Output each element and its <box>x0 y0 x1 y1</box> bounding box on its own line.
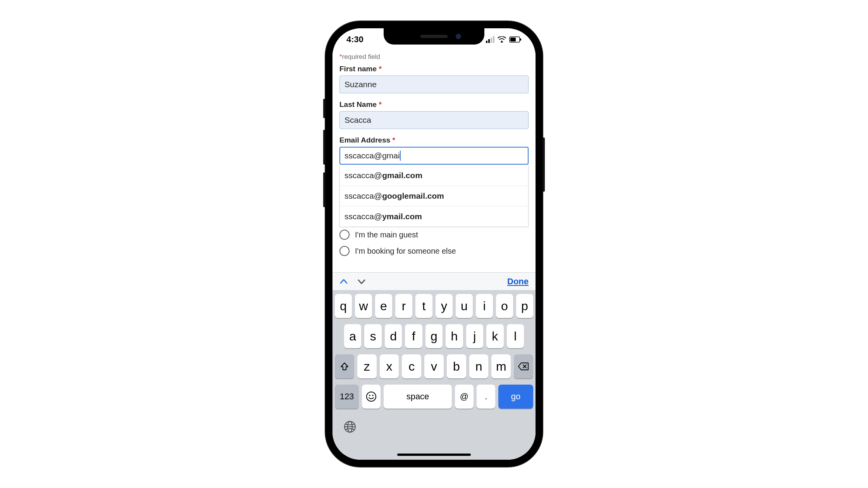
key-l[interactable]: l <box>507 324 524 348</box>
svg-point-6 <box>372 395 374 396</box>
key-b[interactable]: b <box>447 354 466 378</box>
radio-label: I'm booking for someone else <box>355 247 456 256</box>
key-at[interactable]: @ <box>455 385 474 409</box>
keyboard-done-button[interactable]: Done <box>507 277 529 287</box>
screen: 4:30 *required field <box>332 28 536 460</box>
key-emoji[interactable] <box>362 385 381 409</box>
key-w[interactable]: w <box>355 294 372 318</box>
key-numbers[interactable]: 123 <box>335 385 359 409</box>
key-t[interactable]: t <box>415 294 432 318</box>
key-o[interactable]: o <box>496 294 513 318</box>
key-d[interactable]: d <box>385 324 402 348</box>
mute-switch <box>323 99 326 118</box>
volume-down-button <box>323 172 326 207</box>
key-x[interactable]: x <box>380 354 399 378</box>
first-name-label: First name * <box>339 65 529 73</box>
autocomplete-item[interactable]: sscacca@gmail.com <box>340 165 528 186</box>
key-q[interactable]: q <box>335 294 352 318</box>
radio-label: I'm the main guest <box>355 230 418 239</box>
key-dot[interactable]: . <box>477 385 495 409</box>
radio-icon <box>339 246 350 256</box>
first-name-group: First name * <box>339 65 529 93</box>
email-input-wrap <box>339 147 529 165</box>
volume-up-button <box>323 130 326 165</box>
key-u[interactable]: u <box>456 294 473 318</box>
keyboard-row-4: 123 space @ . go <box>335 385 533 409</box>
front-camera <box>456 34 461 39</box>
keyboard-accessory-bar: Done <box>332 272 536 290</box>
notch <box>384 28 484 45</box>
autocomplete-item[interactable]: sscacca@googlemail.com <box>340 186 528 206</box>
key-p[interactable]: p <box>516 294 533 318</box>
key-r[interactable]: r <box>395 294 412 318</box>
email-input[interactable] <box>339 147 529 165</box>
home-indicator[interactable] <box>397 454 471 456</box>
prev-field-button[interactable] <box>339 277 348 286</box>
svg-point-0 <box>501 41 503 42</box>
key-m[interactable]: m <box>491 354 511 378</box>
radio-someone-else[interactable]: I'm booking for someone else <box>339 243 529 259</box>
key-y[interactable]: y <box>436 294 453 318</box>
status-right <box>486 36 522 43</box>
keyboard: q w e r t y u i o p a s d f g h j k l <box>332 290 536 460</box>
power-button <box>542 137 545 192</box>
battery-icon <box>509 36 522 43</box>
key-go[interactable]: go <box>498 385 533 409</box>
keyboard-row-1: q w e r t y u i o p <box>335 294 533 318</box>
svg-rect-3 <box>520 38 521 41</box>
email-autocomplete: sscacca@gmail.com sscacca@googlemail.com… <box>339 165 529 227</box>
key-v[interactable]: v <box>424 354 444 378</box>
keyboard-bottom-row <box>335 415 533 439</box>
email-group: Email Address * sscacca@gmail.com sscacc… <box>339 136 529 165</box>
key-g[interactable]: g <box>425 324 443 348</box>
keyboard-nav <box>339 277 366 286</box>
wifi-icon <box>498 36 506 43</box>
key-z[interactable]: z <box>357 354 377 378</box>
key-backspace[interactable] <box>514 354 533 378</box>
key-shift[interactable] <box>335 354 354 378</box>
key-e[interactable]: e <box>375 294 392 318</box>
text-cursor <box>400 151 401 161</box>
svg-rect-2 <box>510 38 516 41</box>
key-space[interactable]: space <box>384 385 452 409</box>
key-c[interactable]: c <box>402 354 421 378</box>
radio-icon <box>339 230 350 240</box>
keyboard-row-3: z x c v b n m <box>335 354 533 378</box>
globe-icon[interactable] <box>343 420 525 433</box>
key-h[interactable]: h <box>446 324 463 348</box>
first-name-input[interactable] <box>339 76 529 93</box>
speaker <box>420 35 448 38</box>
svg-point-5 <box>369 395 370 396</box>
key-s[interactable]: s <box>364 324 381 348</box>
key-n[interactable]: n <box>469 354 489 378</box>
cellular-icon <box>486 36 494 43</box>
svg-point-4 <box>367 392 376 401</box>
key-k[interactable]: k <box>486 324 503 348</box>
key-i[interactable]: i <box>476 294 493 318</box>
key-j[interactable]: j <box>466 324 483 348</box>
email-label: Email Address * <box>339 136 529 144</box>
phone-frame: 4:30 *required field <box>326 21 542 467</box>
key-f[interactable]: f <box>405 324 422 348</box>
required-hint: *required field <box>339 51 529 65</box>
status-time: 4:30 <box>346 34 363 45</box>
keyboard-row-2: a s d f g h j k l <box>335 324 533 348</box>
asterisk: * <box>339 53 342 60</box>
last-name-input[interactable] <box>339 111 529 129</box>
radio-main-guest[interactable]: I'm the main guest <box>339 227 529 243</box>
next-field-button[interactable] <box>357 277 366 286</box>
key-a[interactable]: a <box>344 324 361 348</box>
last-name-group: Last Name * <box>339 100 529 129</box>
last-name-label: Last Name * <box>339 100 529 109</box>
autocomplete-item[interactable]: sscacca@ymail.com <box>340 206 528 227</box>
